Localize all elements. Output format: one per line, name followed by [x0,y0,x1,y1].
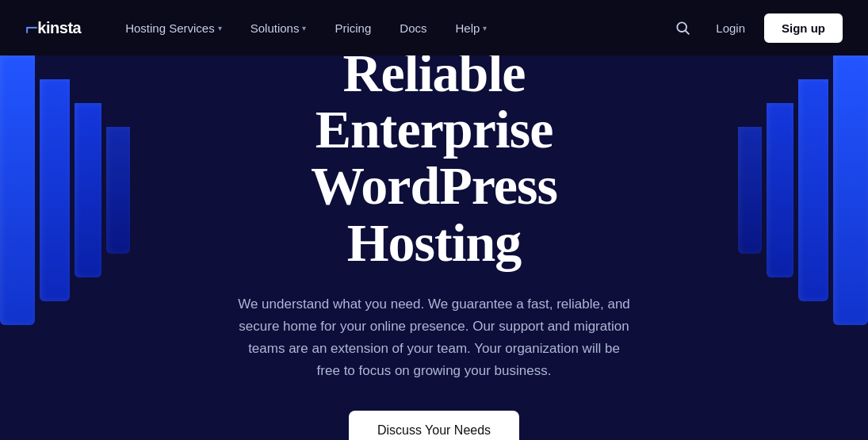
chevron-down-icon: ▾ [302,24,306,33]
search-icon [675,20,690,36]
nav-hosting-services[interactable]: Hosting Services ▾ [113,15,235,41]
nav-help[interactable]: Help ▾ [442,15,499,41]
nav-solutions[interactable]: Solutions ▾ [238,15,319,41]
nav-docs[interactable]: Docs [387,15,439,41]
nav-right: Login Sign up [668,13,843,43]
hero-section: Reliable Enterprise WordPress Hosting We… [0,55,868,440]
right-col-2 [798,79,828,301]
right-col-1 [833,55,868,325]
cta-button[interactable]: Discuss Your Needs [349,411,519,440]
chevron-down-icon: ▾ [218,24,222,33]
nav-pricing[interactable]: Pricing [322,15,384,41]
login-button[interactable]: Login [706,15,755,41]
left-col-2 [40,79,70,301]
search-button[interactable] [668,13,697,42]
navbar: ⌐ kinsta Hosting Services ▾ Solutions ▾ … [0,0,868,55]
hero-content: Reliable Enterprise WordPress Hosting We… [78,55,791,440]
hero-subtitle: We understand what you need. We guarante… [236,293,633,382]
left-col-1 [0,55,35,325]
svg-line-1 [686,31,690,35]
chevron-down-icon: ▾ [483,24,487,33]
logo[interactable]: ⌐ kinsta [25,17,81,39]
nav-links: Hosting Services ▾ Solutions ▾ Pricing D… [113,15,668,41]
signup-button[interactable]: Sign up [764,13,843,43]
logo-text: kinsta [37,19,81,37]
svg-point-0 [678,22,687,32]
logo-bracket-left: ⌐ [25,17,37,39]
hero-title: Reliable Enterprise WordPress Hosting [236,55,633,271]
